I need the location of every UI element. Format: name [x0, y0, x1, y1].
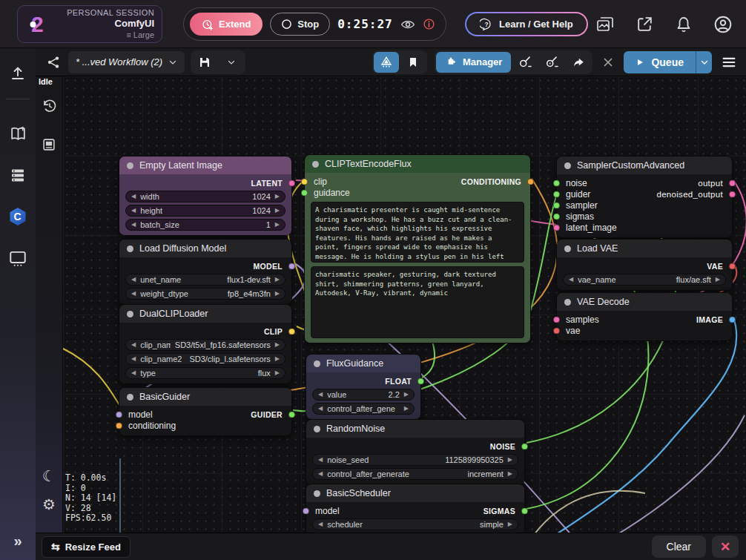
sidebar-item-display[interactable] [3, 243, 33, 273]
learn-get-help-button[interactable]: ? Learn / Get Help [465, 12, 588, 36]
session-card[interactable]: 2 PERSONAL SESSION ComfyUI ≡ Large [17, 5, 162, 43]
node-random-noise[interactable]: RandomNoise NOISE ◀noise_seed11258999503… [306, 419, 525, 485]
history-button[interactable] [34, 91, 64, 121]
input-slot-guidance[interactable] [301, 189, 308, 196]
output-slot-image[interactable] [729, 316, 736, 323]
bookmark-button[interactable] [400, 52, 426, 73]
share-workflow-button[interactable] [44, 53, 62, 71]
gallery-button[interactable] [594, 13, 616, 36]
save-options-dropdown[interactable] [219, 52, 244, 73]
stop-button[interactable]: Stop [270, 13, 330, 36]
output-slot-output[interactable] [729, 179, 736, 186]
open-external-button[interactable] [634, 13, 656, 35]
notifications-button[interactable] [673, 14, 694, 35]
settings-button[interactable]: ⚙ [42, 497, 56, 512]
widget-scheduler[interactable]: ◀schedulersimple▶ [312, 518, 518, 530]
input-slot-sigmas[interactable] [553, 213, 560, 220]
collapse-dot[interactable] [314, 490, 320, 497]
output-slot-model[interactable] [288, 263, 295, 269]
widget-batch-size[interactable]: ◀batch_size1▶ [125, 219, 285, 231]
save-workflow-button[interactable] [192, 52, 217, 73]
sidebar-item-models[interactable] [3, 160, 33, 190]
extend-button[interactable]: Extend [190, 13, 263, 36]
node-header[interactable]: BasicGuider [119, 388, 291, 406]
widget-control-after-generate[interactable]: ◀control_after_generateincrement▶ [312, 468, 518, 480]
input-slot-guider[interactable] [553, 191, 560, 197]
input-slot-noise[interactable] [553, 179, 560, 186]
upload-button[interactable] [3, 59, 33, 88]
deploy-machine-button[interactable] [374, 52, 399, 73]
vacuum-b-icon-button[interactable] [539, 52, 564, 73]
input-slot-conditioning[interactable] [116, 422, 122, 429]
prompt-textarea-t5[interactable]: A charismatic presenter is caught mid-se… [311, 202, 524, 263]
node-sampler-custom-advanced[interactable]: SamplerCustomAdvanced noiseoutput guider… [556, 156, 733, 238]
node-header[interactable]: SamplerCustomAdvanced [557, 157, 732, 174]
node-header[interactable]: FluxGuidance [306, 355, 420, 372]
output-slot-guider[interactable] [288, 411, 295, 418]
input-slot-clip[interactable] [301, 178, 308, 185]
output-slot-conditioning[interactable] [527, 178, 534, 185]
widget-vae-name[interactable]: ◀vae_nameflux/ae.sft▶ [563, 274, 726, 286]
collapse-dot[interactable] [564, 299, 571, 306]
node-header[interactable]: CLIPTextEncodeFlux [305, 155, 530, 173]
widget-width[interactable]: ◀width1024▶ [125, 191, 285, 202]
output-slot-latent[interactable] [288, 179, 295, 186]
input-slot-samples[interactable] [553, 316, 560, 323]
node-basic-scheduler[interactable]: BasicScheduler modelSIGMAS ◀schedulersim… [306, 484, 525, 536]
eye-icon[interactable] [400, 17, 415, 32]
forward-share-button[interactable] [566, 52, 591, 73]
collapse-dot[interactable] [564, 246, 571, 252]
widget-unet-name[interactable]: ◀unet_nameflux1-dev.sft▶ [125, 274, 285, 286]
widget-clip-name1[interactable]: ◀clip_name1SD3/t5xl_fp16.safetensors▶ [125, 339, 285, 351]
node-header[interactable]: Load Diffusion Model [119, 240, 291, 257]
widget-weight-dtype[interactable]: ◀weight_dtypefp8_e4m3fn▶ [125, 288, 285, 300]
node-header[interactable]: VAE Decode [557, 293, 732, 311]
node-load-vae[interactable]: Load VAE VAE ◀vae_nameflux/ae.sft▶ [556, 239, 733, 291]
sidebar-item-comfy[interactable]: C [3, 202, 33, 231]
manager-button[interactable]: Manager [436, 52, 511, 73]
node-header[interactable]: Empty Latent Image [119, 157, 291, 174]
node-basic-guider[interactable]: BasicGuider modelGUIDER conditioning [119, 387, 292, 436]
info-alert-icon[interactable] [423, 18, 435, 30]
input-slot-model[interactable] [116, 411, 122, 418]
queue-button[interactable]: Queue [624, 51, 696, 73]
main-menu-button[interactable] [719, 53, 739, 72]
widget-type[interactable]: ◀typeflux▶ [125, 367, 285, 379]
output-slot-vae[interactable] [729, 263, 736, 269]
sidebar-expand-button[interactable]: » [13, 533, 22, 550]
widget-control-after-generate[interactable]: ◀control_after_generate▶ [312, 403, 415, 415]
account-button[interactable] [712, 13, 734, 36]
node-empty-latent-image[interactable]: Empty Latent Image LATENT ◀width1024▶ ◀h… [119, 156, 292, 236]
output-slot-denoised-output[interactable] [729, 191, 736, 197]
interrupt-button[interactable] [600, 54, 616, 70]
output-slot-sigmas[interactable] [521, 507, 528, 514]
collapse-dot[interactable] [312, 161, 319, 168]
node-vae-decode[interactable]: VAE Decode samplesIMAGE vae [556, 292, 733, 341]
output-slot-clip[interactable] [288, 328, 295, 335]
output-slot-float[interactable] [417, 378, 424, 384]
theme-toggle-button[interactable]: ☾ [42, 468, 56, 484]
resize-feed-button[interactable]: ⇆ Resize Feed [42, 536, 131, 558]
node-header[interactable]: BasicScheduler [306, 484, 524, 502]
collapse-dot[interactable] [127, 162, 133, 169]
widget-value[interactable]: ◀value2.2▶ [312, 389, 415, 401]
node-load-diffusion-model[interactable]: Load Diffusion Model MODEL ◀unet_nameflu… [119, 239, 292, 305]
clear-feed-button[interactable]: Clear [652, 536, 706, 558]
collapse-dot[interactable] [127, 246, 133, 252]
node-flux-guidance[interactable]: FluxGuidance FLOAT ◀value2.2▶ ◀control_a… [306, 354, 421, 420]
collapse-dot[interactable] [564, 162, 571, 169]
vacuum-a-icon-button[interactable] [512, 52, 538, 73]
input-slot-vae[interactable] [553, 327, 560, 334]
input-slot-sampler[interactable] [553, 202, 560, 208]
sidebar-item-docs[interactable] [3, 119, 33, 148]
logs-button[interactable] [34, 130, 64, 159]
collapse-dot[interactable] [314, 426, 320, 432]
output-slot-noise[interactable] [521, 443, 528, 449]
queue-options-dropdown[interactable] [696, 51, 712, 73]
input-slot-model[interactable] [303, 507, 309, 514]
node-clip-text-encode-flux[interactable]: CLIPTextEncodeFlux clipCONDITIONING guid… [304, 154, 531, 343]
collapse-dot[interactable] [127, 394, 133, 401]
widget-clip-name2[interactable]: ◀clip_name2SD3/clip_l.safetensors▶ [125, 353, 285, 365]
widget-noise-seed[interactable]: ◀noise_seed1125899950325▶ [312, 454, 518, 466]
collapse-dot[interactable] [314, 360, 320, 367]
